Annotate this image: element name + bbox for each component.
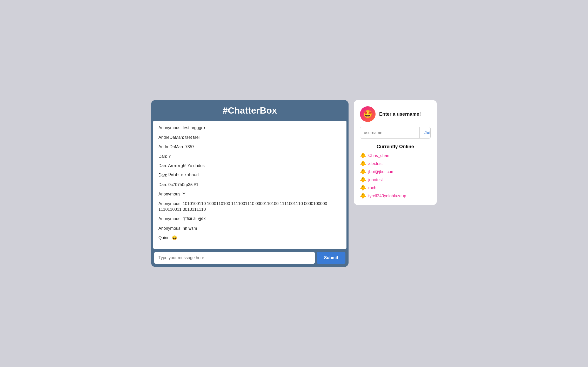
chat-input-area: Submit [151, 249, 349, 267]
enter-username-label: Enter a username! [379, 111, 421, 117]
username-label: jboi@jboi.com [368, 169, 395, 174]
list-item: Quinn: 😀 [158, 235, 341, 241]
message-input[interactable] [154, 252, 315, 264]
username-label: rach [368, 186, 376, 190]
chat-panel: #ChatterBox Anonymous: test argggrrr.And… [151, 100, 349, 267]
duck-icon: 🐥 [360, 177, 366, 183]
list-item: AndreDaMan: tset tseT [158, 135, 341, 140]
list-item: Anonymous: test argggrrr. [158, 125, 341, 131]
sidebar-panel: 🤩 Enter a username! Join Currently Onlin… [354, 100, 437, 205]
chat-header: #ChatterBox [151, 100, 349, 121]
duck-icon: 🐥 [360, 193, 366, 199]
username-join-row: Join [360, 127, 431, 139]
join-button[interactable]: Join [419, 127, 431, 138]
username-label: Chris_chan [368, 153, 389, 158]
username-label: johntest [368, 178, 383, 182]
list-item: Anonymous: Y [158, 191, 341, 197]
chat-title: #ChatterBox [156, 105, 343, 116]
list-item: 🐥alextest [360, 161, 431, 167]
duck-icon: 🐥 [360, 185, 366, 191]
duck-icon: 🐥 [360, 169, 366, 175]
chat-messages: Anonymous: test argggrrr.AndreDaMan: tse… [153, 121, 346, 248]
list-item: Dan: 0c707h0rp35 #1 [158, 182, 341, 188]
avatar: 🤩 [360, 106, 376, 122]
list-item: Dan: ᵷuᴉʞɔnɹ ɹǝppɐq [158, 172, 341, 178]
list-item: Anonymous: ⊥ʇısı sı ʎlǝx [158, 216, 341, 222]
list-item: Anonymous: hh wsm [158, 226, 341, 231]
username-label: alextest [368, 161, 383, 166]
list-item: 🐥rach [360, 185, 431, 191]
list-item: Anonymous: 1010100110 1000110100 1111001… [158, 201, 341, 213]
list-item: 🐥Chris_chan [360, 153, 431, 159]
username-label: tyrell240yoloblazeup [368, 194, 406, 198]
list-item: 🐥jboi@jboi.com [360, 169, 431, 175]
username-input[interactable] [360, 127, 419, 138]
list-item: Dan: Y [158, 154, 341, 159]
duck-icon: 🐥 [360, 161, 366, 167]
sidebar-header: 🤩 Enter a username! [360, 106, 431, 122]
list-item: 🐥tyrell240yoloblazeup [360, 193, 431, 199]
list-item: 🐥johntest [360, 177, 431, 183]
list-item: Dan: Arrrrrrrgh! Yo dudes [158, 163, 341, 169]
duck-icon: 🐥 [360, 153, 366, 159]
online-list: 🐥Chris_chan🐥alextest🐥jboi@jboi.com🐥johnt… [360, 153, 431, 199]
online-section: Currently Online 🐥Chris_chan🐥alextest🐥jb… [360, 144, 431, 199]
list-item: AndreDaMan: 7357 [158, 144, 341, 150]
app-container: #ChatterBox Anonymous: test argggrrr.And… [151, 100, 437, 267]
submit-button[interactable]: Submit [317, 252, 345, 264]
online-title: Currently Online [360, 144, 431, 149]
